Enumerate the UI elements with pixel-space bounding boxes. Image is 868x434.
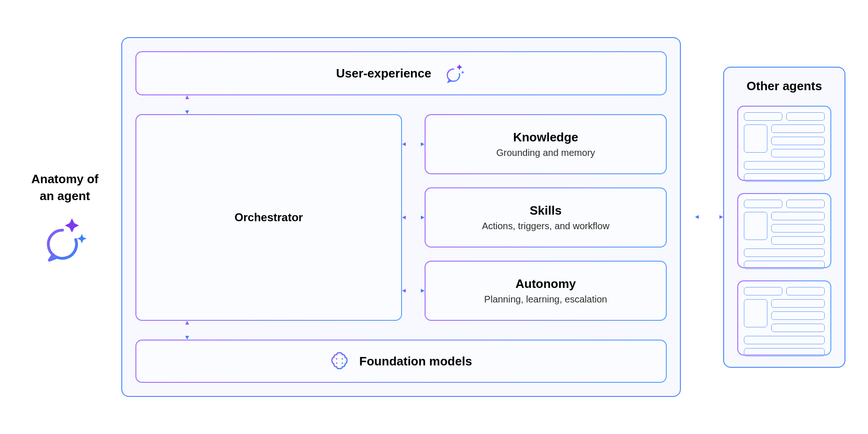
autonomy-subtitle: Planning, learning, escalation (484, 294, 607, 305)
other-agents-title: Other agents (747, 79, 822, 93)
svg-point-18 (336, 363, 338, 364)
capability-stack: Knowledge Grounding and memory (402, 114, 667, 321)
svg-point-17 (342, 358, 343, 360)
skills-title: Skills (530, 203, 562, 218)
arrow-to-other-agents (695, 213, 723, 221)
user-experience-title: User-experience (336, 66, 431, 81)
middle-row: Orchestrator Knowled (135, 114, 667, 321)
other-agents-box: Other agents (723, 67, 845, 368)
svg-point-16 (336, 358, 338, 360)
agent-main-container: User-experience (121, 37, 681, 397)
svg-marker-5 (421, 142, 425, 146)
agent-card-2 (737, 193, 831, 268)
svg-marker-22 (719, 215, 723, 219)
svg-marker-8 (421, 216, 425, 219)
autonomy-title: Autonomy (515, 277, 576, 291)
svg-marker-13 (185, 321, 189, 325)
svg-point-19 (342, 363, 343, 364)
svg-marker-14 (185, 336, 189, 340)
svg-marker-2 (185, 110, 189, 114)
autonomy-box: Autonomy Planning, learning, escalation (425, 261, 667, 321)
arrow-orch-autonomy (402, 287, 425, 294)
skills-box: Skills Actions, triggers, and workflow (425, 187, 667, 248)
arrow-orch-knowledge (402, 140, 425, 148)
chat-sparkle-small-icon (444, 63, 466, 83)
knowledge-subtitle: Grounding and memory (496, 147, 595, 158)
svg-marker-10 (402, 289, 406, 293)
orchestrator-title: Orchestrator (235, 211, 303, 224)
skills-subtitle: Actions, triggers, and workflow (482, 221, 609, 232)
arrow-ux-orchestrator (182, 95, 192, 114)
knowledge-box: Knowledge Grounding and memory (425, 114, 667, 174)
foundation-box: Foundation models (135, 340, 667, 383)
agent-card-1 (737, 106, 831, 181)
svg-marker-7 (402, 216, 406, 219)
knowledge-title: Knowledge (513, 130, 578, 145)
foundation-title: Foundation models (359, 354, 472, 369)
anatomy-label-block: Anatomy of an agent (23, 171, 107, 263)
arrow-orch-skills (402, 214, 425, 221)
anatomy-label: Anatomy of an agent (23, 171, 107, 204)
anatomy-diagram: Anatomy of an agent User-experience (23, 37, 845, 397)
svg-marker-1 (185, 95, 189, 99)
right-panel: Other agents (695, 67, 845, 368)
agent-card-3 (737, 280, 831, 356)
svg-marker-11 (421, 289, 425, 293)
user-experience-box: User-experience (135, 51, 667, 95)
arrow-orch-foundation (182, 321, 192, 340)
chat-sparkle-icon (39, 216, 91, 263)
brain-icon (330, 352, 349, 371)
svg-marker-4 (402, 142, 406, 146)
orchestrator-box: Orchestrator (135, 114, 402, 321)
svg-marker-21 (695, 215, 699, 219)
